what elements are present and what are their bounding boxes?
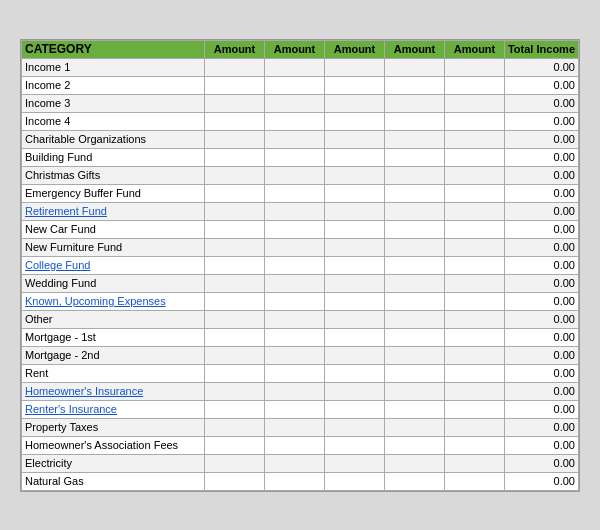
amount-cell-4[interactable] <box>384 436 444 454</box>
category-link[interactable]: College Fund <box>25 259 90 271</box>
amount-cell-1[interactable] <box>204 256 264 274</box>
amount-cell-1[interactable] <box>204 418 264 436</box>
amount-cell-5[interactable] <box>444 472 504 490</box>
amount-cell-4[interactable] <box>384 148 444 166</box>
amount-cell-3[interactable] <box>324 184 384 202</box>
category-cell[interactable]: College Fund <box>22 256 205 274</box>
amount-cell-5[interactable] <box>444 220 504 238</box>
amount-cell-2[interactable] <box>264 148 324 166</box>
category-link[interactable]: Homeowner's Insurance <box>25 385 143 397</box>
category-cell[interactable]: Known, Upcoming Expenses <box>22 292 205 310</box>
category-link[interactable]: Retirement Fund <box>25 205 107 217</box>
amount-cell-5[interactable] <box>444 184 504 202</box>
amount-cell-1[interactable] <box>204 220 264 238</box>
amount-cell-3[interactable] <box>324 274 384 292</box>
amount-cell-5[interactable] <box>444 256 504 274</box>
amount-cell-4[interactable] <box>384 256 444 274</box>
amount-cell-2[interactable] <box>264 238 324 256</box>
amount-cell-1[interactable] <box>204 454 264 472</box>
amount-cell-5[interactable] <box>444 238 504 256</box>
amount-cell-4[interactable] <box>384 184 444 202</box>
category-cell[interactable]: Homeowner's Insurance <box>22 382 205 400</box>
amount-cell-2[interactable] <box>264 364 324 382</box>
amount-cell-2[interactable] <box>264 418 324 436</box>
amount-cell-1[interactable] <box>204 364 264 382</box>
amount-cell-3[interactable] <box>324 76 384 94</box>
amount-cell-3[interactable] <box>324 94 384 112</box>
amount-cell-3[interactable] <box>324 220 384 238</box>
amount-cell-4[interactable] <box>384 292 444 310</box>
amount-cell-3[interactable] <box>324 130 384 148</box>
amount-cell-3[interactable] <box>324 58 384 76</box>
amount-cell-2[interactable] <box>264 76 324 94</box>
amount-cell-5[interactable] <box>444 292 504 310</box>
amount-cell-2[interactable] <box>264 310 324 328</box>
amount-cell-2[interactable] <box>264 256 324 274</box>
amount-cell-2[interactable] <box>264 58 324 76</box>
category-cell[interactable]: Retirement Fund <box>22 202 205 220</box>
amount-cell-2[interactable] <box>264 112 324 130</box>
amount-cell-4[interactable] <box>384 364 444 382</box>
amount-cell-5[interactable] <box>444 382 504 400</box>
amount-cell-3[interactable] <box>324 148 384 166</box>
amount-cell-5[interactable] <box>444 112 504 130</box>
amount-cell-4[interactable] <box>384 382 444 400</box>
amount-cell-5[interactable] <box>444 166 504 184</box>
amount-cell-1[interactable] <box>204 382 264 400</box>
category-link[interactable]: Renter's Insurance <box>25 403 117 415</box>
amount-cell-5[interactable] <box>444 274 504 292</box>
amount-cell-2[interactable] <box>264 184 324 202</box>
amount-cell-1[interactable] <box>204 202 264 220</box>
category-cell[interactable]: Renter's Insurance <box>22 400 205 418</box>
amount-cell-1[interactable] <box>204 148 264 166</box>
amount-cell-1[interactable] <box>204 292 264 310</box>
amount-cell-4[interactable] <box>384 94 444 112</box>
amount-cell-5[interactable] <box>444 328 504 346</box>
amount-cell-5[interactable] <box>444 436 504 454</box>
amount-cell-4[interactable] <box>384 454 444 472</box>
amount-cell-5[interactable] <box>444 130 504 148</box>
amount-cell-4[interactable] <box>384 346 444 364</box>
amount-cell-3[interactable] <box>324 256 384 274</box>
amount-cell-3[interactable] <box>324 436 384 454</box>
amount-cell-4[interactable] <box>384 112 444 130</box>
amount-cell-1[interactable] <box>204 58 264 76</box>
amount-cell-5[interactable] <box>444 310 504 328</box>
amount-cell-3[interactable] <box>324 472 384 490</box>
amount-cell-2[interactable] <box>264 454 324 472</box>
amount-cell-4[interactable] <box>384 220 444 238</box>
amount-cell-4[interactable] <box>384 76 444 94</box>
amount-cell-5[interactable] <box>444 94 504 112</box>
amount-cell-2[interactable] <box>264 130 324 148</box>
amount-cell-3[interactable] <box>324 310 384 328</box>
amount-cell-2[interactable] <box>264 202 324 220</box>
amount-cell-3[interactable] <box>324 364 384 382</box>
amount-cell-4[interactable] <box>384 166 444 184</box>
amount-cell-3[interactable] <box>324 382 384 400</box>
amount-cell-2[interactable] <box>264 328 324 346</box>
amount-cell-2[interactable] <box>264 472 324 490</box>
amount-cell-3[interactable] <box>324 202 384 220</box>
amount-cell-1[interactable] <box>204 130 264 148</box>
amount-cell-4[interactable] <box>384 238 444 256</box>
amount-cell-3[interactable] <box>324 238 384 256</box>
amount-cell-1[interactable] <box>204 238 264 256</box>
amount-cell-1[interactable] <box>204 328 264 346</box>
category-link[interactable]: Known, Upcoming Expenses <box>25 295 166 307</box>
amount-cell-1[interactable] <box>204 400 264 418</box>
amount-cell-4[interactable] <box>384 274 444 292</box>
amount-cell-2[interactable] <box>264 166 324 184</box>
amount-cell-2[interactable] <box>264 400 324 418</box>
amount-cell-2[interactable] <box>264 382 324 400</box>
amount-cell-1[interactable] <box>204 472 264 490</box>
amount-cell-2[interactable] <box>264 436 324 454</box>
amount-cell-1[interactable] <box>204 310 264 328</box>
amount-cell-5[interactable] <box>444 364 504 382</box>
amount-cell-3[interactable] <box>324 346 384 364</box>
amount-cell-5[interactable] <box>444 400 504 418</box>
amount-cell-4[interactable] <box>384 418 444 436</box>
amount-cell-2[interactable] <box>264 346 324 364</box>
amount-cell-5[interactable] <box>444 148 504 166</box>
amount-cell-5[interactable] <box>444 202 504 220</box>
amount-cell-1[interactable] <box>204 346 264 364</box>
